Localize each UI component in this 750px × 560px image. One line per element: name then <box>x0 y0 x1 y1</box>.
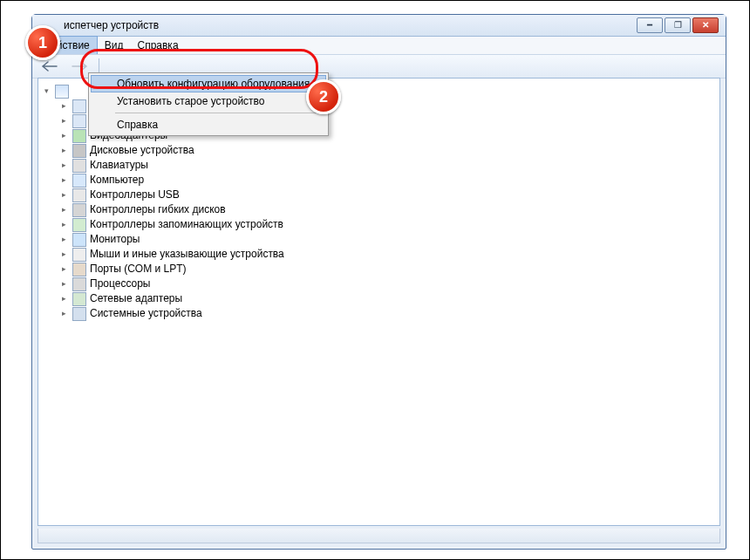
expand-icon[interactable] <box>59 264 69 274</box>
expand-icon[interactable] <box>59 101 69 111</box>
device-icon <box>72 114 86 128</box>
storage-controller-icon <box>72 218 86 232</box>
tree-item[interactable]: Мониторы <box>42 232 716 247</box>
expand-icon[interactable] <box>59 309 69 318</box>
tree-item-label: Контроллеры гибких дисков <box>90 202 226 217</box>
display-adapter-icon <box>72 129 86 143</box>
expand-icon[interactable] <box>59 190 69 200</box>
tree-item[interactable]: Дисковые устройства <box>42 143 716 158</box>
tree-item-label: Клавиатуры <box>90 158 148 173</box>
tree-item[interactable]: Клавиатуры <box>42 158 716 173</box>
menu-separator <box>115 113 324 113</box>
expand-icon[interactable] <box>59 205 69 215</box>
tree-item-label: Компьютер <box>90 173 144 188</box>
expand-icon[interactable] <box>59 220 69 229</box>
expand-icon[interactable] <box>59 249 69 259</box>
annotation-marker-1: 1 <box>25 25 60 60</box>
menu-help[interactable]: Справка <box>130 37 185 54</box>
expand-icon[interactable] <box>59 235 69 244</box>
tree-item-label: Контроллеры USB <box>90 188 180 202</box>
tree-panel: Видеоадаптеры Дисковые устройства Клавиа… <box>38 78 720 526</box>
expand-icon[interactable] <box>59 279 69 289</box>
menuitem-help[interactable]: Справка <box>91 116 326 133</box>
tree-item-label: Мыши и иные указывающие устройства <box>90 247 284 262</box>
mouse-icon <box>72 248 86 262</box>
tree-item-label: Мониторы <box>90 232 140 247</box>
expand-icon[interactable] <box>59 160 69 170</box>
menuitem-scan-hardware[interactable]: Обновить конфигурацию оборудования <box>91 75 326 92</box>
system-device-icon <box>72 307 86 321</box>
floppy-icon <box>72 203 86 217</box>
disk-icon <box>72 144 86 158</box>
tree-item[interactable]: Порты (COM и LPT) <box>42 262 716 277</box>
nav-back-button[interactable] <box>38 58 62 75</box>
tree-item-label: Процессоры <box>90 277 151 291</box>
menu-view[interactable]: Вид <box>98 37 131 54</box>
titlebar[interactable]: испетчер устройств ━ ❐ ✕ <box>32 15 726 37</box>
menubar: Действие Вид Справка <box>32 37 726 55</box>
maximize-button[interactable]: ❐ <box>665 17 691 33</box>
expand-icon[interactable] <box>59 294 69 304</box>
tree-item[interactable]: Сетевые адаптеры <box>42 291 716 306</box>
close-button[interactable]: ✕ <box>692 17 719 33</box>
annotation-marker-2: 2 <box>306 79 341 114</box>
minimize-button[interactable]: ━ <box>637 17 663 33</box>
window-title: испетчер устройств <box>39 19 637 31</box>
tree-item[interactable]: Мыши и иные указывающие устройства <box>42 247 716 262</box>
tree-item-label: Контроллеры запоминающих устройств <box>90 217 283 232</box>
tree-item[interactable]: Контроллеры USB <box>42 188 716 202</box>
menuitem-add-legacy[interactable]: Установить старое устройство <box>91 92 326 110</box>
monitor-icon <box>72 233 86 247</box>
action-dropdown: Обновить конфигурацию оборудования Устан… <box>88 72 329 136</box>
expand-icon[interactable] <box>59 131 69 140</box>
tree-item-label: Порты (COM и LPT) <box>90 262 187 277</box>
expand-icon[interactable] <box>59 146 69 155</box>
expand-icon[interactable] <box>42 86 51 96</box>
computer-icon <box>55 85 69 99</box>
port-icon <box>72 263 86 277</box>
tree-item[interactable]: Системные устройства <box>42 306 716 321</box>
tree-item[interactable]: Контроллеры запоминающих устройств <box>42 217 716 232</box>
expand-icon[interactable] <box>59 175 69 185</box>
tree-item-label: Системные устройства <box>90 306 202 321</box>
keyboard-icon <box>72 159 86 173</box>
network-icon <box>72 292 86 306</box>
statusbar <box>38 529 720 543</box>
usb-icon <box>72 188 86 202</box>
tree-item-label: Сетевые адаптеры <box>90 291 182 306</box>
device-icon <box>72 99 86 113</box>
tree-item[interactable]: Компьютер <box>42 173 716 188</box>
tree-item-label: Дисковые устройства <box>90 143 194 158</box>
tree-item-label <box>72 84 75 99</box>
computer-icon <box>72 174 86 188</box>
tree-item[interactable]: Процессоры <box>42 277 716 291</box>
tree-item[interactable]: Контроллеры гибких дисков <box>42 202 716 217</box>
expand-icon[interactable] <box>59 116 69 126</box>
cpu-icon <box>72 277 86 291</box>
